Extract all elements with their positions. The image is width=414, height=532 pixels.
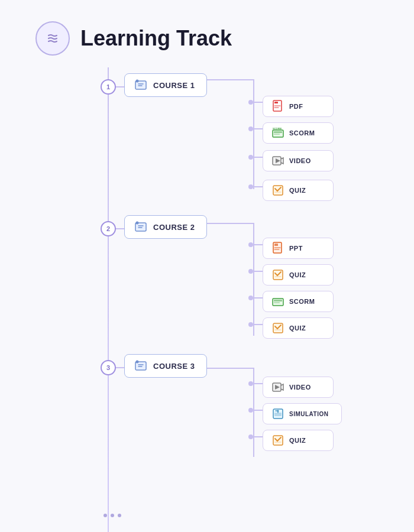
svg-rect-38 [274,413,282,416]
simulation-icon [271,407,284,420]
item-dot-2-1 [248,269,253,274]
header-icon-circle [35,21,70,56]
item-node-2-1[interactable]: QUIZ [263,264,334,286]
page-container: Learning Track 1 COURSE 1 [0,0,414,532]
svg-point-39 [277,410,279,412]
items-vline-1 [253,80,254,189]
quiz-icon-2-3 [271,322,284,335]
item-node-3-0[interactable]: VIDEO [263,377,334,398]
item-dot-3-1 [248,408,253,413]
item-dot-1-3 [248,184,253,189]
course-node-1[interactable]: COURSE 1 [124,73,207,97]
item-dot-3-2 [248,434,253,439]
course-icon-1 [134,79,147,92]
item-node-1-1[interactable]: SCORM SCORM [263,122,334,144]
horiz-connector-1 [207,79,254,80]
item-node-2-2[interactable]: SCORM [263,291,334,312]
item-label-2-0: PPT [289,245,303,252]
page-title: Learning Track [80,26,232,51]
dot-3 [118,514,121,517]
learning-track-icon [44,30,62,47]
dot-1 [104,514,107,517]
item-node-2-3[interactable]: QUIZ [263,317,334,339]
course-icon-2 [134,220,147,233]
item-dot-2-2 [248,296,253,300]
item-node-3-1[interactable]: SIMULATION [263,403,342,424]
item-dot-1-0 [248,100,253,105]
horiz-connector-3 [207,368,254,369]
item-label-2-3: QUIZ [289,325,306,332]
item-dot-3-0 [248,381,253,386]
quiz-icon-2-1 [271,268,284,281]
scorm-icon-2 [271,295,284,308]
item-label-1-0: PDF [289,103,303,110]
course-node-2[interactable]: COURSE 2 [124,215,207,239]
item-dot-2-0 [248,242,253,247]
svg-rect-9 [274,134,280,135]
svg-rect-21 [274,244,278,246]
track-area: 1 COURSE 1 [0,67,414,532]
svg-rect-27 [274,302,280,303]
item-dot-2-3 [248,322,253,327]
quiz-icon-1-3 [271,184,284,197]
course-1-label: COURSE 1 [153,81,195,90]
item-label-2-1: QUIZ [289,271,306,278]
item-label-2-2: SCORM [289,298,315,305]
quiz-icon-3-2 [271,434,284,447]
svg-text:SCORM: SCORM [273,127,282,130]
item-node-3-2[interactable]: QUIZ [263,430,334,451]
item-label-1-1: SCORM [289,129,315,137]
item-label-3-1: SIMULATION [289,411,328,417]
svg-rect-26 [274,300,282,301]
item-label-3-2: QUIZ [289,437,306,444]
svg-point-1 [136,80,139,83]
item-dot-1-1 [248,126,253,131]
item-node-1-2[interactable]: VIDEO [263,150,334,171]
items-vline-3 [253,368,254,457]
items-vline-2 [253,223,254,336]
course-3-label: COURSE 3 [153,362,195,371]
step-circle-1: 1 [101,79,116,95]
bottom-dots [104,514,121,517]
item-label-3-0: VIDEO [289,384,311,391]
pdf-icon [271,100,284,113]
svg-rect-5 [274,102,278,103]
course-icon-3 [134,359,147,372]
course-2-label: COURSE 2 [153,223,195,232]
svg-rect-8 [274,131,282,133]
video-icon [271,154,284,167]
step-circle-3: 3 [101,360,116,375]
svg-point-17 [136,222,139,225]
dot-2 [111,514,114,517]
course-node-3[interactable]: COURSE 3 [124,354,207,378]
spine-line [108,67,109,532]
ppt-icon [271,242,284,255]
item-node-2-0[interactable]: PPT [263,238,334,259]
item-node-1-0[interactable]: PDF [263,96,334,117]
item-dot-1-2 [248,155,253,160]
svg-point-31 [136,361,139,364]
header: Learning Track [0,0,414,67]
horiz-connector-2 [207,223,254,224]
item-label-1-2: VIDEO [289,157,311,164]
item-node-1-3[interactable]: QUIZ [263,180,334,201]
video-icon-3 [271,381,284,394]
step-circle-2: 2 [101,221,116,236]
scorm-icon: SCORM [271,126,284,140]
item-label-1-3: QUIZ [289,187,306,194]
